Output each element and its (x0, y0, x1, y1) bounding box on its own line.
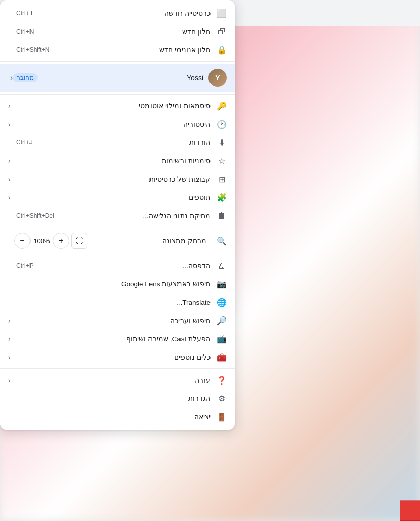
context-menu: ⬜ כרטיסייה חדשה Ctrl+T 🗗 חלון חדש Ctrl+N… (0, 0, 235, 430)
help-label: עזרה (13, 376, 211, 384)
menu-item-history[interactable]: 🕐 היסטוריה ‹ (0, 115, 235, 133)
zoom-row: 🔍 מרחק מתצוגה ⛶ + 100% − (0, 229, 235, 252)
new-window-label: חלון חדש (34, 27, 211, 36)
translate-label: Translate... (8, 299, 211, 306)
incognito-shortcut: Ctrl+Shift+N (8, 46, 49, 53)
find-arrow: ‹ (8, 316, 13, 325)
history-icon: 🕐 (217, 119, 227, 129)
profile-row[interactable]: ‹ מחובר Yossi Y (0, 64, 235, 92)
settings-icon: ⚙ (217, 393, 227, 403)
print-label: הדפסה... (34, 262, 211, 270)
new-tab-label: כרטיסייה חדשה (33, 9, 211, 17)
downloads-label: הורדות (33, 138, 211, 147)
incognito-label: חלון אנונימי חדש (49, 46, 211, 54)
autofill-label: סיסמאות ומילוי אוטומטי (13, 102, 211, 110)
clear-data-shortcut: Ctrl+Shift+Del (8, 212, 54, 219)
tab-groups-arrow: ‹ (8, 175, 13, 183)
cast-arrow: ‹ (8, 335, 13, 343)
extensions-label: תוספים (13, 193, 211, 201)
divider-3 (0, 227, 235, 227)
menu-item-bookmarks[interactable]: ☆ סימניות ורשימות ‹ (0, 152, 235, 170)
autofill-arrow: ‹ (8, 102, 13, 110)
bookmarks-label: סימניות ורשימות (13, 157, 211, 165)
help-arrow: ‹ (8, 376, 13, 384)
zoom-in-button[interactable]: + (53, 233, 69, 249)
google-lens-label: חיפוש באמצעות Google Lens (8, 280, 211, 288)
new-tab-shortcut: Ctrl+T (8, 10, 33, 17)
menu-item-tab-groups[interactable]: ⊞ קבוצות של כרטיסיות ‹ (0, 170, 235, 188)
menu-item-incognito[interactable]: 🔒 חלון אנונימי חדש Ctrl+Shift+N (0, 41, 235, 59)
profile-tag: מחובר (13, 73, 38, 82)
menu-item-google-lens[interactable]: 📷 חיפוש באמצעות Google Lens (0, 275, 235, 293)
menu-item-autofill[interactable]: 🔑 סיסמאות ומילוי אוטומטי ‹ (0, 97, 235, 115)
bookmark-icon: ☆ (217, 156, 227, 166)
bookmarks-arrow: ‹ (8, 157, 13, 165)
menu-item-downloads[interactable]: ⬇ הורדות Ctrl+J (0, 133, 235, 152)
new-window-shortcut: Ctrl+N (8, 28, 34, 35)
exit-icon: 🚪 (217, 412, 227, 422)
menu-item-new-window[interactable]: 🗗 חלון חדש Ctrl+N (0, 22, 235, 41)
key-icon: 🔑 (217, 101, 227, 111)
exit-label: יציאה (8, 413, 211, 421)
zoom-controls: ⛶ + 100% − (14, 233, 87, 249)
zoom-out-button[interactable]: − (14, 233, 31, 249)
downloads-shortcut: Ctrl+J (8, 139, 33, 146)
find-label: חיפוש וערִיכה (13, 316, 211, 325)
window-icon: 🗗 (217, 26, 227, 37)
tools-icon: 🧰 (217, 352, 227, 362)
menu-item-more-tools[interactable]: 🧰 כלים נוספים ‹ (0, 348, 235, 366)
profile-avatar: Y (208, 69, 227, 87)
delete-icon: 🗑 (217, 211, 227, 221)
menu-item-print[interactable]: 🖨 הדפסה... Ctrl+P (0, 256, 235, 275)
zoom-fullscreen-button[interactable]: ⛶ (71, 233, 87, 249)
find-icon: 🔎 (217, 315, 227, 326)
menu-item-settings[interactable]: ⚙ הגדרות (0, 389, 235, 408)
divider-5 (0, 368, 235, 369)
more-tools-arrow: ‹ (8, 353, 13, 361)
translate-icon: 🌐 (217, 297, 227, 307)
cast-label: הפעלת Cast, שמירה ושיתוף (13, 335, 211, 343)
menu-item-translate[interactable]: 🌐 Translate... (0, 293, 235, 311)
menu-item-help[interactable]: ❓ עזרה ‹ (0, 371, 235, 389)
extensions-arrow: ‹ (8, 193, 13, 201)
zoom-icon: 🔍 (217, 236, 227, 246)
divider-2 (0, 94, 235, 95)
menu-item-find[interactable]: 🔎 חיפוש וערִיכה ‹ (0, 311, 235, 330)
lens-icon: 📷 (217, 279, 227, 289)
print-shortcut: Ctrl+P (8, 262, 34, 269)
menu-item-clear-data[interactable]: 🗑 מחיקת נתוני הגלישה... Ctrl+Shift+Del (0, 207, 235, 225)
tab-icon: ⬜ (217, 8, 227, 18)
menu-item-new-tab[interactable]: ⬜ כרטיסייה חדשה Ctrl+T (0, 4, 235, 22)
profile-back-arrow: ‹ (10, 73, 13, 82)
divider-4 (0, 254, 235, 254)
download-icon: ⬇ (217, 137, 227, 148)
history-arrow: ‹ (8, 120, 13, 128)
clear-data-label: מחיקת נתוני הגלישה... (54, 212, 211, 220)
zoom-label: מרחק מתצוגה (92, 237, 206, 245)
extension-menu-icon: 🧩 (217, 192, 227, 202)
zoom-value: 100% (33, 237, 51, 245)
more-tools-label: כלים נוספים (13, 353, 211, 361)
tab-groups-label: קבוצות של כרטיסיות (13, 175, 211, 183)
menu-item-extensions[interactable]: 🧩 תוספים ‹ (0, 188, 235, 207)
help-icon: ❓ (217, 375, 227, 385)
settings-label: הגדרות (8, 394, 211, 402)
menu-item-exit[interactable]: 🚪 יציאה (0, 408, 235, 426)
print-icon: 🖨 (217, 260, 227, 271)
grid-icon: ⊞ (217, 174, 227, 184)
menu-item-cast[interactable]: 📺 הפעלת Cast, שמירה ושיתוף ‹ (0, 330, 235, 348)
cast-icon: 📺 (217, 334, 227, 344)
incognito-icon: 🔒 (217, 45, 227, 55)
profile-name: Yossi (42, 74, 203, 82)
history-label: היסטוריה (13, 120, 211, 128)
divider-1 (0, 61, 235, 62)
